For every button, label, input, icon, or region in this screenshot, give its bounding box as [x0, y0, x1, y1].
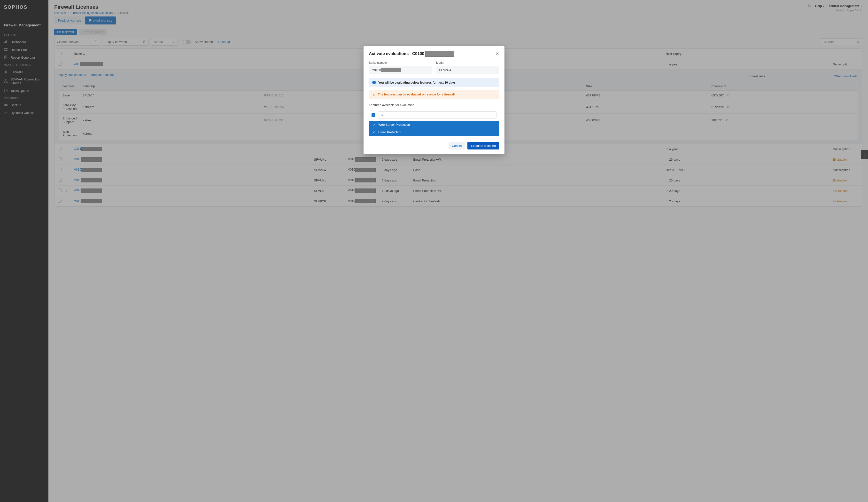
select-all-features-checkbox[interactable]: ✓	[372, 113, 375, 117]
search-icon	[381, 113, 383, 116]
cancel-button[interactable]: Cancel	[448, 142, 465, 150]
warning-banner: ▲ The features can be evaluated only onc…	[369, 90, 499, 99]
features-selector: ✓ ✓ Web Server Protection ✓ Email Protec…	[369, 109, 499, 136]
check-icon: ✓	[373, 131, 375, 134]
activate-evaluations-modal: Activate evaluations - C0100 ✕ Serial nu…	[363, 46, 505, 154]
check-icon: ✓	[373, 123, 375, 126]
feature-option-label: Web Server Protection	[378, 123, 410, 126]
feature-option[interactable]: ✓ Email Protection	[369, 129, 499, 136]
model-label: Model	[436, 61, 499, 64]
features-search-input[interactable]	[385, 113, 494, 117]
close-button[interactable]: ✕	[496, 51, 499, 57]
feature-option[interactable]: ✓ Web Server Protection	[369, 121, 499, 129]
evaluate-selected-button[interactable]: Evaluate selected	[467, 142, 499, 150]
redacted	[425, 51, 454, 57]
svg-line-17	[383, 115, 383, 116]
svg-point-16	[381, 114, 383, 116]
serial-label: Serial number	[369, 61, 432, 64]
serial-value: C0100	[369, 66, 432, 74]
model-value: SFV2C4	[436, 66, 499, 74]
info-banner: i You will be evaluating below features …	[369, 78, 499, 87]
features-search-wrap[interactable]	[378, 111, 496, 119]
modal-overlay: Activate evaluations - C0100 ✕ Serial nu…	[0, 0, 868, 502]
info-icon: i	[372, 81, 376, 84]
redacted	[381, 68, 401, 72]
feature-option-label: Email Protection	[378, 130, 401, 134]
features-label: Features available for evaluation	[369, 103, 499, 107]
warning-icon: ▲	[372, 93, 375, 96]
modal-title: Activate evaluations - C0100	[369, 51, 454, 57]
